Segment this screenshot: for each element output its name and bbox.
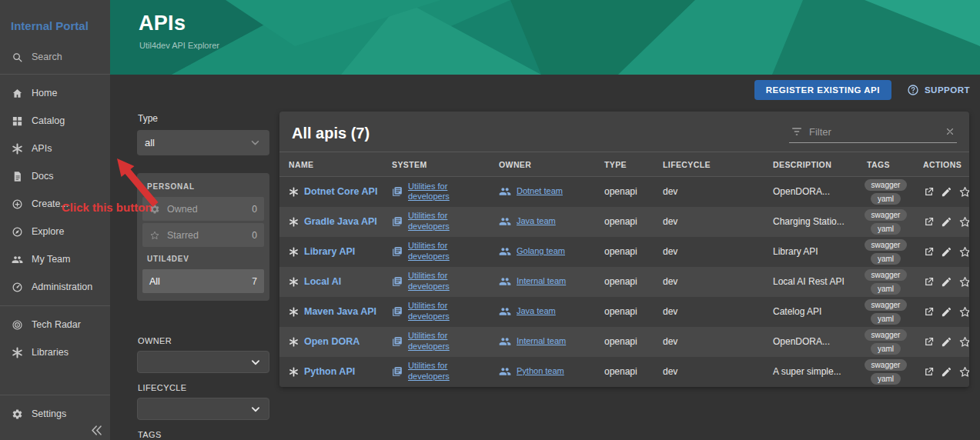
system-link[interactable]: Utilities for developers (408, 301, 468, 322)
col-header-name[interactable]: NAME (279, 152, 383, 177)
system-link[interactable]: Utilities for developers (408, 241, 468, 262)
app-title: Internal Portal (0, 0, 110, 45)
toolbar: REGISTER EXISTING API SUPPORT (754, 80, 970, 100)
api-name-link[interactable]: Local AI (304, 276, 341, 287)
sidebar-item-catalog[interactable]: Catalog (0, 107, 110, 135)
sidebar-item-explore[interactable]: Explore (0, 218, 110, 245)
edit-icon[interactable] (941, 186, 952, 198)
star-icon[interactable] (958, 365, 969, 378)
system-link[interactable]: Utilities for developers (408, 211, 468, 232)
main-content: REGISTER EXISTING API SUPPORT Type all P… (110, 75, 980, 440)
support-button[interactable]: SUPPORT (907, 84, 970, 96)
edit-icon[interactable] (941, 306, 952, 318)
sidebar-divider (0, 395, 110, 395)
sidebar-item-apis[interactable]: APIs (0, 135, 110, 162)
row-actions (923, 275, 960, 288)
register-existing-api-button[interactable]: REGISTER EXISTING API (754, 80, 891, 100)
owner-link[interactable]: Dotnet team (517, 186, 563, 197)
system-icon (392, 216, 403, 227)
col-header-lifecycle[interactable]: LIFECYCLE (654, 152, 764, 177)
star-icon[interactable] (958, 335, 969, 348)
api-name-link[interactable]: Open DORA (304, 336, 360, 347)
edit-icon[interactable] (941, 276, 952, 288)
tag-chip: yaml (871, 373, 901, 385)
open-in-new-icon[interactable] (923, 336, 935, 348)
lifecycle-filter-select[interactable] (137, 398, 269, 420)
edit-icon[interactable] (941, 246, 952, 258)
table-filter-input[interactable] (809, 126, 938, 138)
sidebar-item-create[interactable]: Create... (0, 190, 110, 218)
sidebar-item-docs[interactable]: Docs (0, 162, 110, 190)
col-header-system[interactable]: SYSTEM (383, 152, 490, 177)
filter-item-starred[interactable]: Starred 0 (142, 223, 264, 247)
col-header-type[interactable]: TYPE (595, 152, 654, 177)
sidebar-divider (0, 74, 110, 75)
api-item-icon (289, 217, 299, 227)
system-link[interactable]: Utilities for developers (408, 361, 468, 382)
api-name-link[interactable]: Maven Java API (304, 306, 376, 317)
sidebar-divider (0, 305, 110, 306)
open-in-new-icon[interactable] (923, 216, 935, 228)
sidebar-item-home[interactable]: Home (0, 79, 110, 107)
owned-count: 0 (252, 204, 257, 215)
sidebar-collapse-icon[interactable] (89, 422, 105, 438)
col-header-description[interactable]: DESCRIPTION (764, 152, 858, 177)
api-name-link[interactable]: Python API (304, 366, 355, 377)
row-actions (923, 305, 960, 318)
open-in-new-icon[interactable] (923, 246, 935, 258)
type-cell: openapi (595, 237, 654, 267)
col-header-owner[interactable]: OWNER (490, 152, 595, 177)
tag-chip: swagger (865, 299, 908, 311)
api-name-link[interactable]: Gradle Java API (304, 216, 377, 227)
owner-link[interactable]: Java team (517, 306, 556, 317)
tags-cell: swaggeryaml (867, 359, 905, 385)
owner-link[interactable]: Python team (517, 366, 564, 377)
star-icon[interactable] (958, 185, 969, 198)
star-icon[interactable] (958, 275, 969, 288)
edit-icon[interactable] (941, 336, 952, 348)
lifecycle-cell: dev (654, 207, 764, 237)
system-link[interactable]: Utilities for developers (408, 182, 468, 203)
clear-icon[interactable] (945, 126, 955, 137)
owner-link[interactable]: Java team (517, 216, 556, 227)
owner-link[interactable]: Internal team (517, 336, 566, 347)
owner-filter-label: OWNER (138, 336, 269, 345)
owner-link[interactable]: Internal team (517, 276, 566, 287)
filter-item-owned[interactable]: Owned 0 (142, 197, 264, 221)
owner-filter-select[interactable] (137, 351, 269, 373)
type-filter-select[interactable]: all (137, 130, 269, 155)
row-actions (923, 365, 960, 378)
system-link[interactable]: Utilities for developers (408, 331, 468, 352)
sidebar-item-my-team[interactable]: My Team (0, 245, 110, 273)
system-icon (392, 276, 403, 287)
filter-item-all[interactable]: All 7 (142, 269, 264, 293)
tags-cell: swaggeryaml (867, 179, 905, 205)
col-header-tags[interactable]: TAGS (858, 152, 914, 177)
owner-link[interactable]: Golang team (517, 246, 565, 257)
open-in-new-icon[interactable] (923, 276, 935, 288)
system-icon (392, 186, 403, 197)
star-icon[interactable] (958, 245, 969, 258)
sidebar-item-tech-radar[interactable]: Tech Radar (0, 311, 110, 338)
sidebar-item-search[interactable]: Search (0, 45, 110, 69)
edit-icon[interactable] (941, 366, 952, 378)
system-link[interactable]: Utilities for developers (408, 271, 468, 292)
table-row: Library API Utilities for developers Gol… (279, 237, 969, 267)
sidebar-item-administration[interactable]: Administration (0, 273, 110, 301)
table-row: Local AI Utilities for developers Intern… (279, 267, 969, 297)
settings-icon (12, 408, 23, 420)
star-icon[interactable] (958, 215, 969, 228)
api-name-link[interactable]: Dotnet Core API (304, 186, 377, 197)
edit-icon[interactable] (941, 216, 952, 228)
description-cell: Catelog API (764, 297, 858, 327)
open-in-new-icon[interactable] (923, 366, 935, 378)
sidebar-item-libraries[interactable]: Libraries (0, 338, 110, 366)
api-name-link[interactable]: Library API (304, 246, 355, 257)
description-cell: Library API (764, 237, 858, 267)
owner-icon (499, 215, 511, 228)
open-in-new-icon[interactable] (923, 306, 935, 318)
col-header-actions: ACTIONS (914, 152, 969, 177)
star-icon[interactable] (958, 305, 969, 318)
open-in-new-icon[interactable] (923, 186, 935, 198)
api-item-icon (289, 337, 299, 347)
